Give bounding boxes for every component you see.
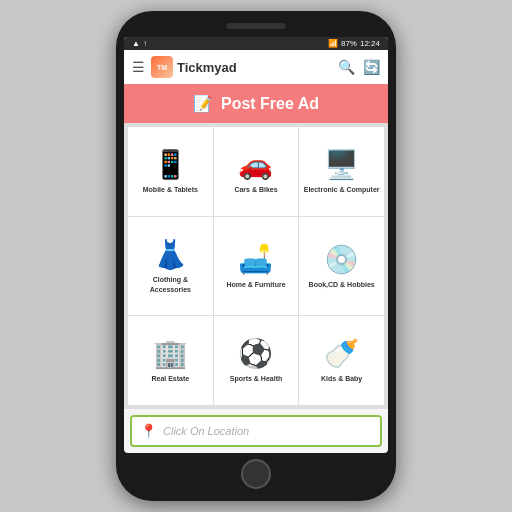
status-bar: ▲ ↑ 📶 87% 12:24 [124, 37, 388, 50]
category-mobile-tablets[interactable]: 📱Mobile & Tablets [128, 127, 213, 216]
category-label-cars-bikes: Cars & Bikes [234, 185, 277, 194]
refresh-icon[interactable]: 🔄 [363, 59, 380, 75]
post-ad-icon: 📝 [193, 94, 213, 113]
time-display: 12:24 [360, 39, 380, 48]
category-cars-bikes[interactable]: 🚗Cars & Bikes [214, 127, 299, 216]
phone-frame: ▲ ↑ 📶 87% 12:24 ☰ TM Tickmyad 🔍 🔄 📝 [116, 11, 396, 501]
category-sports-health[interactable]: ⚽Sports & Health [214, 316, 299, 405]
app-title: Tickmyad [177, 60, 338, 75]
category-icon-home-furniture: 🛋️ [238, 243, 273, 276]
category-kids-baby[interactable]: 🍼Kids & Baby [299, 316, 384, 405]
category-label-kids-baby: Kids & Baby [321, 374, 362, 383]
category-icon-sports-health: ⚽ [238, 337, 273, 370]
category-icon-clothing-accessories: 👗 [153, 238, 188, 271]
post-ad-text: Post Free Ad [221, 95, 319, 113]
location-pin-icon: 📍 [140, 423, 157, 439]
home-button[interactable] [241, 459, 271, 489]
category-icon-electronic-computer: 🖥️ [324, 148, 359, 181]
category-real-estate[interactable]: 🏢Real Estate [128, 316, 213, 405]
category-label-home-furniture: Home & Furniture [226, 280, 285, 289]
app-bar: ☰ TM Tickmyad 🔍 🔄 [124, 50, 388, 84]
category-label-electronic-computer: Electronic & Computer [304, 185, 380, 194]
status-right: 📶 87% 12:24 [328, 39, 380, 48]
phone-speaker [226, 23, 286, 29]
category-icon-real-estate: 🏢 [153, 337, 188, 370]
category-icon-mobile-tablets: 📱 [153, 148, 188, 181]
category-home-furniture[interactable]: 🛋️Home & Furniture [214, 217, 299, 315]
status-left: ▲ ↑ [132, 39, 147, 48]
battery-percent: 87% [341, 39, 357, 48]
category-label-book-cd-hobbies: Book,CD & Hobbies [309, 280, 375, 289]
category-clothing-accessories[interactable]: 👗Clothing & Accessories [128, 217, 213, 315]
app-logo: TM [151, 56, 173, 78]
category-icon-book-cd-hobbies: 💿 [324, 243, 359, 276]
category-book-cd-hobbies[interactable]: 💿Book,CD & Hobbies [299, 217, 384, 315]
location-bar[interactable]: 📍 Click On Location [130, 415, 382, 447]
location-placeholder: Click On Location [163, 425, 249, 437]
category-label-mobile-tablets: Mobile & Tablets [143, 185, 198, 194]
search-icon[interactable]: 🔍 [338, 59, 355, 75]
hamburger-icon[interactable]: ☰ [132, 59, 145, 75]
notification-icon: ▲ [132, 39, 140, 48]
category-icon-cars-bikes: 🚗 [238, 148, 273, 181]
category-electronic-computer[interactable]: 🖥️Electronic & Computer [299, 127, 384, 216]
category-label-clothing-accessories: Clothing & Accessories [132, 275, 209, 293]
categories-grid: 📱Mobile & Tablets🚗Cars & Bikes🖥️Electron… [124, 123, 388, 409]
signal-icon: 📶 [328, 39, 338, 48]
upload-icon: ↑ [143, 39, 147, 48]
app-bar-icons: 🔍 🔄 [338, 59, 380, 75]
category-icon-kids-baby: 🍼 [324, 337, 359, 370]
post-ad-banner[interactable]: 📝 Post Free Ad [124, 84, 388, 123]
category-label-sports-health: Sports & Health [230, 374, 283, 383]
logo-text: TM [157, 64, 167, 71]
category-label-real-estate: Real Estate [151, 374, 189, 383]
phone-screen: ▲ ↑ 📶 87% 12:24 ☰ TM Tickmyad 🔍 🔄 📝 [124, 37, 388, 453]
